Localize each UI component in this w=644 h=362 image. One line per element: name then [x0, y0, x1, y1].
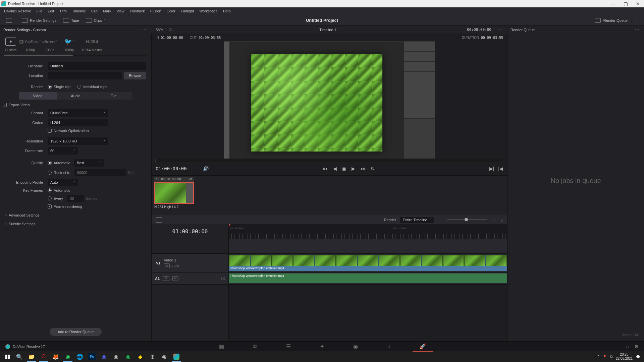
zoom-dropdown[interactable]: 33%˅: [156, 28, 166, 32]
tray-network-icon[interactable]: ⧉: [610, 355, 612, 359]
cut-page-tab[interactable]: ⧉: [248, 342, 262, 352]
edit-page-tab[interactable]: ☰: [282, 342, 295, 352]
viewer[interactable]: [152, 42, 507, 159]
tab-video[interactable]: Video: [19, 92, 57, 100]
menu-item[interactable]: View: [114, 9, 127, 13]
tab-file[interactable]: File: [95, 92, 132, 100]
fairlight-page-tab[interactable]: ♪: [382, 342, 396, 352]
tray-location-icon[interactable]: 📍: [603, 355, 607, 359]
timeline-ruler[interactable]: 01:00:00:00 01:01:00:00 01:05:18:00: [229, 224, 507, 239]
render-all-button[interactable]: Render All: [507, 328, 644, 341]
go-to-start-button[interactable]: ⏮: [323, 166, 328, 171]
format-select[interactable]: QuickTime: [48, 109, 108, 117]
add-to-render-queue-button[interactable]: Add to Render Queue: [50, 328, 102, 336]
go-to-end-button[interactable]: ⏭: [361, 166, 365, 171]
advanced-settings-toggle[interactable]: Advanced Settings: [5, 211, 146, 220]
menu-item[interactable]: Mark: [100, 9, 114, 13]
search-icon[interactable]: 🔍: [13, 351, 25, 362]
video-clip[interactable]: Photoshop Wassertropfen erstellen.mp4: [229, 255, 507, 271]
firefox-icon[interactable]: 🦊: [50, 351, 62, 362]
keyframes-every-radio[interactable]: [48, 196, 52, 200]
audio-track-header[interactable]: A1 S M 2.0: [152, 273, 228, 285]
app-icon[interactable]: ◉: [122, 351, 134, 362]
timeline-view-button[interactable]: [156, 217, 162, 223]
fusion-page-tab[interactable]: ✦: [315, 342, 329, 352]
opera-icon[interactable]: O: [38, 351, 50, 362]
solo-button[interactable]: S: [163, 276, 169, 281]
app-icon[interactable]: ◆: [134, 351, 146, 362]
resolve-taskbar-icon[interactable]: [170, 351, 182, 362]
render-settings-button[interactable]: Render Settings: [18, 17, 60, 24]
position-timecode[interactable]: 00:00:00:00: [467, 27, 491, 32]
preset-youtube[interactable]: YouTube˅ 1080p: [23, 37, 37, 52]
tab-audio[interactable]: Audio: [57, 92, 95, 100]
menu-item[interactable]: Clip: [89, 9, 100, 13]
encoding-profile-select[interactable]: Auto: [48, 179, 78, 186]
video-track[interactable]: Photoshop Wassertropfen erstellen.mp4: [229, 254, 507, 273]
discord-icon[interactable]: ◉: [98, 351, 110, 362]
timeline-title-dropdown[interactable]: Timeline 1˅: [319, 28, 339, 32]
steam-icon[interactable]: ◉: [110, 351, 122, 362]
volume-icon[interactable]: 🔊: [203, 166, 209, 171]
filename-input[interactable]: [48, 62, 146, 70]
tape-button[interactable]: Tape: [60, 17, 83, 24]
maximize-button[interactable]: ▢: [624, 1, 628, 6]
audio-track[interactable]: Photoshop Wassertropfen erstellen.mp4: [229, 273, 507, 285]
prev-clip-button[interactable]: |◀: [498, 166, 503, 171]
preset-scrollbar[interactable]: [4, 55, 147, 56]
single-clip-radio[interactable]: [48, 85, 52, 89]
frame-reordering-checkbox[interactable]: [48, 204, 52, 208]
audio-clip[interactable]: Photoshop Wassertropfen erstellen.mp4: [229, 274, 507, 283]
menu-item[interactable]: Timeline: [69, 9, 89, 13]
start-button[interactable]: [1, 351, 13, 362]
render-scope-select[interactable]: Entire Timeline: [400, 217, 434, 223]
track-toggle-icon[interactable]: ▢: [164, 263, 170, 268]
menu-item[interactable]: Fusion: [148, 9, 164, 13]
obs-icon[interactable]: ◉: [158, 351, 170, 362]
zoom-in-button[interactable]: +: [491, 217, 497, 223]
tray-chevron-icon[interactable]: ˄: [598, 355, 599, 359]
full-screen-button[interactable]: [3, 17, 15, 24]
video-track-header[interactable]: V1 Video 1 ▢ 1 Clip: [152, 254, 228, 273]
codec-select[interactable]: H.264: [48, 119, 108, 126]
menu-item[interactable]: DaVinci Resolve: [1, 9, 34, 13]
menu-item[interactable]: Color: [164, 9, 178, 13]
loop-button[interactable]: ↻: [371, 166, 375, 171]
expand-icon[interactable]: [636, 18, 641, 23]
menu-item[interactable]: Fairlight: [178, 9, 197, 13]
fit-icon[interactable]: ⊡: [169, 27, 172, 32]
preset-h264[interactable]: H.264 H.264 Master: [82, 37, 102, 52]
playhead[interactable]: [229, 224, 229, 306]
play-button[interactable]: ▶: [352, 166, 355, 171]
home-icon[interactable]: ⌂: [626, 344, 629, 349]
system-clock[interactable]: 20:28 22.06.2021: [616, 353, 633, 361]
audio-track-icon[interactable]: ♪: [501, 217, 503, 223]
menu-item[interactable]: Trim: [57, 9, 69, 13]
queue-options-icon[interactable]: ⋯: [633, 27, 641, 33]
next-clip-button[interactable]: ▶|: [489, 166, 494, 171]
deliver-page-tab[interactable]: 🚀: [416, 342, 429, 352]
explorer-icon[interactable]: 📁: [25, 351, 38, 362]
menu-item[interactable]: Help: [220, 9, 233, 13]
app-icon[interactable]: ⊕: [146, 351, 158, 362]
browse-button[interactable]: Browse: [124, 72, 146, 79]
mute-button[interactable]: M: [172, 276, 178, 281]
framerate-select[interactable]: 60: [48, 147, 78, 155]
chrome-icon[interactable]: 🌐: [74, 351, 86, 362]
transport-timecode[interactable]: 01:00:00:00: [156, 166, 187, 171]
clips-button[interactable]: Clips˅: [83, 17, 109, 24]
quality-best-select[interactable]: Best: [74, 159, 104, 167]
step-back-button[interactable]: ◀: [333, 166, 337, 171]
notifications-icon[interactable]: 💬: [636, 355, 640, 359]
color-page-tab[interactable]: ◉: [349, 342, 362, 352]
resolution-select[interactable]: 644 x 362 HD: [48, 137, 108, 145]
preset-vimeo[interactable]: vimeo˅ 1080p: [43, 37, 56, 52]
menu-item[interactable]: Edit: [45, 9, 57, 13]
network-opt-checkbox[interactable]: [48, 129, 52, 133]
preset-custom[interactable]: Custom: [4, 37, 17, 52]
timeline-timecode[interactable]: 01:00:00:00: [152, 224, 228, 239]
settings-icon[interactable]: ⚙: [634, 344, 639, 349]
preset-twitter[interactable]: 🐦˅ 1080p: [62, 37, 76, 52]
quality-restrict-radio[interactable]: [48, 171, 52, 175]
menu-item[interactable]: Workspace: [197, 9, 220, 13]
